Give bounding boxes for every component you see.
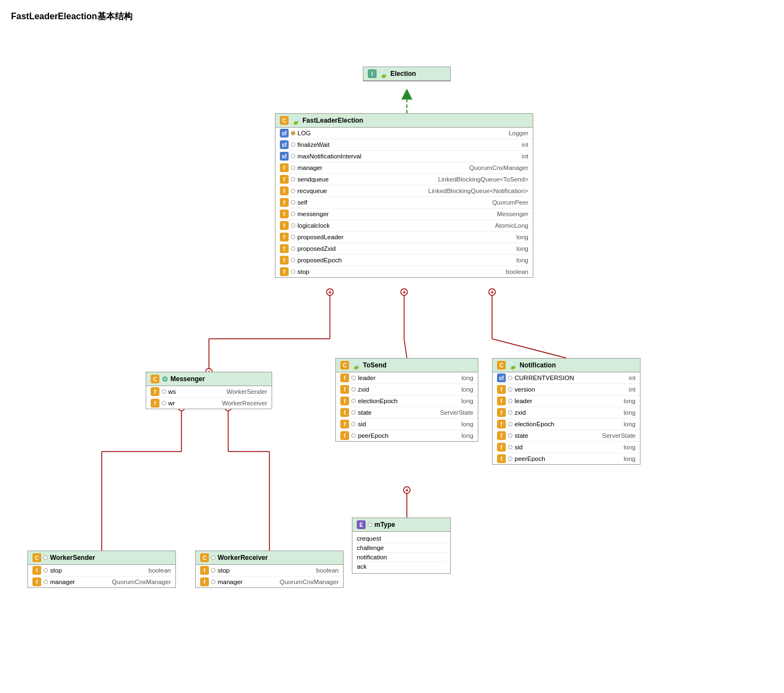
white-dot (351, 422, 356, 426)
f-badge: f (280, 233, 289, 241)
white-dot (211, 568, 216, 573)
leaf-icon-tosend: 🍃 (351, 361, 361, 370)
field-type: long (516, 234, 528, 240)
field-type: long (623, 444, 636, 450)
white-dot (351, 387, 356, 392)
field-name: messenger (297, 211, 329, 217)
ws-field-manager: f manager QuorumCnxManager (28, 576, 175, 587)
fle-field-proposedepoch: f proposedEpoch long (275, 255, 533, 266)
f-badge: f (340, 385, 349, 394)
field-name: peerEpoch (515, 455, 545, 462)
f-badge: f (32, 578, 41, 586)
white-dot (508, 457, 512, 461)
messenger-field-wr: f wr WorkerReceiver (146, 398, 272, 409)
white-dot (291, 189, 295, 193)
field-type: QuorumCnxManager (280, 579, 339, 585)
field-name: stop (297, 268, 310, 275)
field-name: sid (358, 421, 366, 427)
f-badge: f (497, 431, 506, 440)
notif-field-zxid: f zxid long (493, 407, 640, 419)
field-type: long (516, 245, 528, 252)
field-name: peerEpoch (358, 432, 389, 439)
workersender-name: WorkerSender (50, 554, 95, 562)
field-type: long (623, 455, 636, 462)
election-class: I 🍃 Election (363, 67, 451, 81)
tosend-name: ToSend (363, 361, 387, 369)
white-dot (162, 389, 166, 394)
field-name: maxNotificationInterval (297, 153, 361, 160)
mtype-val-crequest: crequest (357, 534, 446, 543)
sf-badge: sf (280, 152, 289, 161)
f-badge: f (151, 399, 159, 408)
field-name: finalizeWait (297, 141, 329, 148)
f-badge: f (497, 454, 506, 463)
field-type: int (522, 153, 528, 160)
field-type: LinkedBlockingQueue<Notification> (428, 188, 528, 194)
field-name: manager (50, 579, 75, 585)
f-badge: f (32, 566, 41, 575)
notif-field-sid: f sid long (493, 442, 640, 453)
fle-field-proposedzxid: f proposedZxid long (275, 243, 533, 255)
field-type: long (461, 386, 473, 393)
messenger-name: Messenger (170, 375, 205, 383)
field-type: long (516, 257, 528, 263)
white-dot-wr (211, 556, 216, 560)
white-dot (291, 177, 295, 182)
fast-leader-election-class: C 🍃 FastLeaderElection sf LOG Logger sf … (275, 113, 533, 278)
tosend-header: C 🍃 ToSend (336, 359, 478, 372)
mtype-val-notification: notification (357, 553, 446, 562)
svg-point-6 (327, 289, 333, 295)
fle-field-sendqueue: f sendqueue LinkedBlockingQueue<ToSend> (275, 174, 533, 185)
tosend-field-zxid: f zxid long (336, 384, 478, 395)
svg-point-12 (401, 289, 407, 295)
field-type: WorkerReceiver (222, 400, 267, 406)
workersender-header: C WorkerSender (28, 551, 175, 565)
leaf-icon-notification: 🍃 (508, 361, 517, 370)
white-dot (351, 410, 356, 415)
notif-field-leader: f leader long (493, 395, 640, 407)
f-badge: f (280, 256, 289, 265)
field-type: long (623, 421, 636, 427)
white-dot (291, 258, 295, 262)
page-title: FastLeaderEleaction基本结构 (11, 11, 773, 23)
class-badge-wr: C (200, 553, 209, 562)
notif-field-electionepoch: f electionEpoch long (493, 419, 640, 430)
leaf-icon-fle: 🍃 (291, 116, 300, 125)
field-type: long (461, 432, 473, 439)
svg-text:+: + (490, 289, 494, 295)
svg-line-11 (404, 339, 407, 358)
white-dot-ws (43, 556, 48, 560)
fle-field-maxnotification: sf maxNotificationInterval int (275, 151, 533, 162)
field-name: wr (168, 400, 175, 406)
f-badge: f (200, 566, 209, 575)
f-badge: f (280, 267, 289, 276)
f-badge: f (340, 431, 349, 440)
messenger-class: C ⚙ Messenger f ws WorkerSender f wr Wor… (146, 372, 272, 409)
wr-field-stop: f stop boolean (196, 565, 343, 576)
f-badge: f (200, 578, 209, 586)
f-badge: f (497, 443, 506, 452)
f-badge: f (280, 244, 289, 253)
leaf-icon-messenger: ⚙ (162, 375, 168, 383)
interface-badge: I (368, 69, 377, 78)
workersender-class: C WorkerSender f stop boolean f manager … (27, 551, 176, 588)
white-dot (291, 246, 295, 251)
svg-point-16 (489, 289, 495, 295)
white-dot (351, 376, 356, 380)
fle-field-recvqueue: f recvqueue LinkedBlockingQueue<Notifica… (275, 185, 533, 197)
field-name: state (515, 432, 528, 439)
wr-field-manager: f manager QuorumCnxManager (196, 576, 343, 587)
svg-text:+: + (405, 487, 408, 493)
field-type: long (461, 421, 473, 427)
f-badge: f (280, 210, 289, 218)
field-name: sendqueue (297, 176, 329, 183)
field-type: AtomicLong (495, 222, 528, 229)
field-name: proposedZxid (297, 245, 336, 252)
field-name: stop (50, 567, 62, 574)
diagram-area: + + + + + + + (11, 34, 770, 683)
white-dot (43, 568, 48, 573)
workerreceiver-header: C WorkerReceiver (196, 551, 343, 565)
election-name: Election (390, 70, 416, 78)
f-badge: f (497, 385, 506, 394)
white-dot (508, 433, 512, 438)
